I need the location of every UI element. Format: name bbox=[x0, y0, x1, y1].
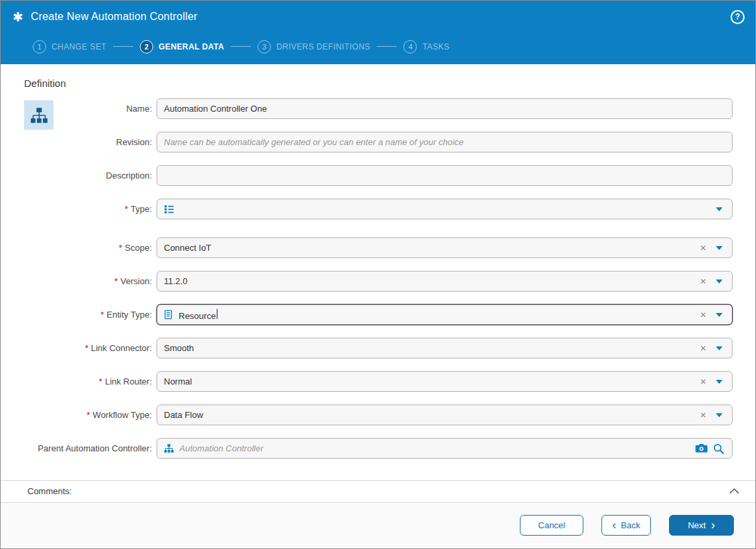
back-button-label: Back bbox=[621, 520, 640, 530]
camera-icon[interactable] bbox=[695, 443, 708, 453]
form-row-version: *Version: 11.2.0 ✕ bbox=[24, 271, 733, 292]
help-icon[interactable]: ? bbox=[731, 10, 745, 24]
step-label: TASKS bbox=[422, 42, 449, 51]
chevron-down-icon[interactable] bbox=[716, 413, 723, 417]
form-row-parent-automation-controller: Parent Automation Controller: bbox=[24, 438, 733, 459]
version-combobox[interactable]: 11.2.0 ✕ bbox=[157, 271, 733, 292]
required-marker: * bbox=[100, 310, 104, 320]
required-marker: * bbox=[118, 243, 122, 253]
step-connector bbox=[377, 46, 397, 47]
scope-value: Connect IoT bbox=[164, 243, 690, 253]
page-title: Create New Automation Controller bbox=[31, 11, 731, 23]
list-icon bbox=[164, 204, 175, 215]
name-input[interactable] bbox=[157, 98, 733, 119]
clear-icon[interactable]: ✕ bbox=[696, 411, 711, 420]
revision-input[interactable] bbox=[157, 132, 733, 152]
sitemap-icon bbox=[164, 443, 174, 453]
next-button[interactable]: Next › bbox=[669, 515, 734, 536]
form-row-scope: *Scope: Connect IoT ✕ bbox=[24, 237, 733, 258]
step-number: 3 bbox=[258, 40, 271, 53]
chevron-down-icon[interactable] bbox=[716, 280, 723, 284]
step-label: DRIVERS DEFINITIONS bbox=[276, 42, 370, 51]
version-label: *Version: bbox=[24, 276, 152, 286]
form-row-revision: Revision: bbox=[24, 132, 733, 152]
chevron-down-icon[interactable] bbox=[716, 246, 723, 250]
clear-icon[interactable]: ✕ bbox=[696, 277, 711, 286]
form-row-link-router: *Link Router: Normal ✕ bbox=[24, 371, 733, 392]
step-connector bbox=[231, 46, 251, 47]
document-icon bbox=[164, 310, 173, 320]
parent-automation-controller-picker[interactable] bbox=[157, 438, 733, 459]
asterisk-icon: ✱ bbox=[13, 11, 23, 23]
chevron-right-icon: › bbox=[711, 519, 715, 531]
chevron-down-icon[interactable] bbox=[716, 313, 723, 317]
clear-icon[interactable]: ✕ bbox=[696, 243, 711, 253]
clear-icon[interactable]: ✕ bbox=[696, 377, 711, 387]
step-number: 1 bbox=[33, 40, 46, 53]
step-drivers-definitions[interactable]: 3 DRIVERS DEFINITIONS bbox=[258, 40, 370, 53]
required-marker: * bbox=[87, 410, 90, 420]
automation-controller-icon bbox=[24, 100, 54, 130]
required-marker: * bbox=[99, 376, 102, 387]
chevron-down-icon[interactable] bbox=[716, 346, 723, 350]
form-row-workflow-type: *Workflow Type: Data Flow ✕ bbox=[24, 405, 733, 425]
link-router-combobox[interactable]: Normal ✕ bbox=[157, 371, 733, 392]
clear-icon[interactable]: ✕ bbox=[696, 310, 711, 320]
clear-icon[interactable]: ✕ bbox=[696, 344, 711, 353]
entity-type-value: Resource bbox=[179, 309, 217, 321]
general-data-panel: Definition Name: Revision: bbox=[1, 64, 755, 480]
type-label: *Type: bbox=[24, 204, 152, 214]
parent-automation-controller-label: Parent Automation Controller: bbox=[24, 443, 152, 453]
chevron-left-icon: ‹ bbox=[612, 519, 616, 531]
step-label: GENERAL DATA bbox=[159, 42, 224, 51]
type-combobox[interactable] bbox=[157, 199, 733, 219]
workflow-type-label: *Workflow Type: bbox=[24, 410, 152, 420]
definition-form: Name: Revision: Description: *Type: bbox=[24, 98, 733, 459]
create-automation-controller-window: ✱ Create New Automation Controller ? 1 C… bbox=[0, 0, 756, 549]
step-number: 4 bbox=[403, 40, 417, 53]
form-row-type: *Type: bbox=[24, 199, 733, 219]
next-button-label: Next bbox=[688, 520, 706, 530]
form-row-name: Name: bbox=[24, 98, 733, 119]
step-tasks[interactable]: 4 TASKS bbox=[403, 40, 449, 53]
workflow-type-combobox[interactable]: Data Flow ✕ bbox=[157, 405, 733, 425]
required-marker: * bbox=[114, 276, 118, 286]
cancel-button[interactable]: Cancel bbox=[520, 515, 583, 536]
scope-combobox[interactable]: Connect IoT ✕ bbox=[157, 237, 733, 258]
link-router-label: *Link Router: bbox=[24, 376, 152, 387]
revision-label: Revision: bbox=[24, 137, 152, 147]
chevron-down-icon[interactable] bbox=[716, 380, 723, 384]
version-value: 11.2.0 bbox=[164, 276, 690, 286]
description-label: Description: bbox=[24, 171, 152, 181]
comments-header[interactable]: Comments: bbox=[1, 480, 755, 503]
footer-bar: Cancel ‹ Back Next › bbox=[1, 503, 755, 549]
form-row-entity-type: *Entity Type: Resource ✕ bbox=[24, 304, 733, 325]
step-change-set[interactable]: 1 CHANGE SET bbox=[33, 40, 106, 53]
link-connector-combobox[interactable]: Smooth ✕ bbox=[157, 338, 733, 358]
step-label: CHANGE SET bbox=[52, 42, 106, 51]
required-marker: * bbox=[85, 343, 88, 353]
required-marker: * bbox=[124, 204, 128, 214]
entity-type-label: *Entity Type: bbox=[24, 310, 152, 320]
entity-type-combobox[interactable]: Resource ✕ bbox=[157, 304, 733, 325]
description-input[interactable] bbox=[157, 165, 733, 186]
link-router-value: Normal bbox=[164, 376, 690, 387]
search-icon[interactable] bbox=[713, 443, 724, 454]
chevron-up-icon[interactable] bbox=[729, 488, 739, 494]
link-connector-value: Smooth bbox=[164, 343, 690, 353]
workflow-type-value: Data Flow bbox=[164, 410, 690, 420]
step-connector bbox=[113, 46, 133, 47]
step-number: 2 bbox=[140, 40, 153, 53]
step-general-data[interactable]: 2 GENERAL DATA bbox=[140, 40, 224, 53]
form-row-link-connector: *Link Connector: Smooth ✕ bbox=[24, 338, 733, 358]
chevron-down-icon[interactable] bbox=[716, 207, 723, 211]
parent-automation-controller-input[interactable] bbox=[179, 439, 690, 457]
scope-label: *Scope: bbox=[24, 243, 152, 253]
back-button[interactable]: ‹ Back bbox=[601, 515, 651, 536]
wizard-steps: 1 CHANGE SET 2 GENERAL DATA 3 DRIVERS DE… bbox=[1, 33, 755, 64]
sitemap-icon bbox=[30, 106, 48, 124]
text-cursor bbox=[217, 309, 217, 319]
section-title: Definition bbox=[24, 78, 733, 89]
header-bar: ✱ Create New Automation Controller ? bbox=[1, 1, 755, 33]
link-connector-label: *Link Connector: bbox=[24, 343, 152, 353]
